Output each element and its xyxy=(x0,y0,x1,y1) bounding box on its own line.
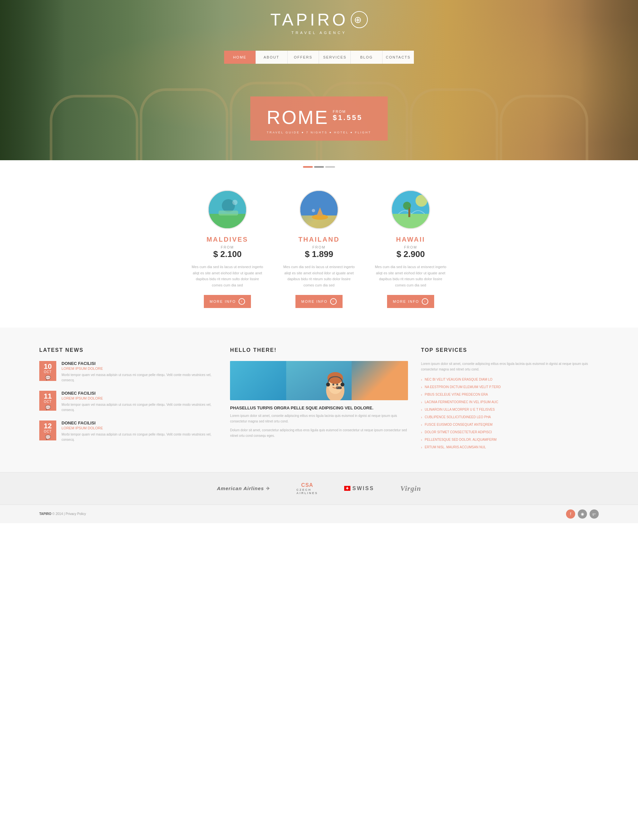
slider-dots xyxy=(0,160,638,174)
dot-3[interactable] xyxy=(325,166,335,168)
service-arrow-icon: › xyxy=(421,438,422,442)
service-arrow-icon: › xyxy=(421,445,422,450)
news-day-1: 10 xyxy=(42,363,54,370)
dest-maldives-more-info[interactable]: MORE INFO › xyxy=(204,295,251,308)
dest-hawaii-name: HAWAII xyxy=(375,236,446,243)
virgin-text: Virgin xyxy=(401,484,421,493)
svg-point-8 xyxy=(312,209,315,212)
footer-brand: TAPIRO xyxy=(39,512,51,516)
service-arrow-icon: › xyxy=(421,408,422,412)
dest-maldives-name: MALDIVES xyxy=(192,236,263,243)
nav-contacts[interactable]: CONTACTS xyxy=(383,51,414,64)
dest-maldives-image xyxy=(208,190,247,229)
arrow-icon: › xyxy=(422,298,428,305)
hero-content: ROME FROM $1.555 TRAVEL GUIDE ● 7 NIGHTS… xyxy=(250,96,388,141)
dest-hawaii-more-info[interactable]: MORE INFO › xyxy=(387,295,434,308)
service-arrow-icon: › xyxy=(421,430,422,435)
partner-czech-airlines: CSA CZECHAIRLINES xyxy=(296,482,318,495)
rss-icon[interactable]: ◉ xyxy=(578,509,587,519)
news-content-2: DONEC FACILISI LOREM IPSUM DOLORE Morbi … xyxy=(62,391,217,413)
service-10[interactable]: › ERTUM NISL. MAURIS ACCUMSAN NUL xyxy=(421,445,599,450)
news-subtitle-1: LOREM IPSUM DOLORE xyxy=(62,366,217,371)
hero-tags: TRAVEL GUIDE ● 7 NIGHTS ● HOTEL ● FLIGHT xyxy=(267,131,371,134)
hello-col: HELLO THERE! xyxy=(230,347,408,453)
nav-about[interactable]: ABOUT xyxy=(256,51,288,64)
svg-point-22 xyxy=(336,384,338,385)
logo-area: TAPIRO ⊕ TRAVEL AGENCY xyxy=(270,10,368,35)
dest-thailand-price: $ 1.899 xyxy=(283,249,355,259)
news-day-3: 12 xyxy=(42,422,54,429)
news-date-3: 12 OCT 💬 xyxy=(39,420,56,441)
footer: TAPIRO © 2014 | Privacy Policy f ◉ g+ xyxy=(0,505,638,523)
nav-blog[interactable]: BLOG xyxy=(351,51,383,64)
footer-privacy-link[interactable]: Privacy Policy xyxy=(65,512,86,516)
service-arrow-icon: › xyxy=(421,400,422,405)
dest-hawaii: HAWAII FROM $ 2.900 Mes cum dia sed iis … xyxy=(375,190,446,308)
google-plus-icon[interactable]: g+ xyxy=(590,509,599,519)
news-text-1: Morbi tempor quam vel massa adipisin ut … xyxy=(62,373,217,383)
news-month-3: OCT xyxy=(42,429,54,433)
dest-hawaii-price: $ 2.900 xyxy=(375,249,446,259)
nav-services[interactable]: SERVICES xyxy=(319,51,351,64)
dot-2[interactable] xyxy=(314,166,324,168)
service-5[interactable]: › ULINAROIN ULLA MCORPER U E T FELISVES xyxy=(421,407,599,412)
footer-social-icons: f ◉ g+ xyxy=(566,509,599,519)
arrow-icon: › xyxy=(239,298,245,305)
dest-thailand-from: FROM xyxy=(283,245,355,249)
service-6[interactable]: › CUBLIPENCE SOLLICITUDINEED LEO PHA xyxy=(421,415,599,420)
hello-image xyxy=(230,361,408,400)
csa-logo: CSA xyxy=(301,482,313,488)
hero: TAPIRO ⊕ TRAVEL AGENCY HOME ABOUT OFFERS… xyxy=(0,0,638,160)
news-title-2: DONEC FACILISI xyxy=(62,391,217,396)
service-arrow-icon: › xyxy=(421,393,422,397)
airline-eagle-icon: ✈ xyxy=(266,486,270,491)
service-arrow-icon: › xyxy=(421,377,422,382)
dest-maldives-desc: Mes cum dia sed iis lacus ut enisnect in… xyxy=(192,264,263,288)
service-7[interactable]: › FUSCE EUISMOD CONSEQUAT ANTEQREM xyxy=(421,422,599,427)
partner-american-airlines: American Airlines ✈ xyxy=(217,486,270,491)
arrow-icon: › xyxy=(330,298,337,305)
latest-news-col: LATEST NEWS 10 OCT 💬 DONEC FACILISI LORE… xyxy=(39,347,217,453)
dest-thailand-more-info[interactable]: MORE INFO › xyxy=(296,295,342,308)
dot-1[interactable] xyxy=(303,166,313,168)
service-9[interactable]: › PELLENTESQUE SED DOLOR. ALIQUAMFERM xyxy=(421,437,599,442)
dest-thailand-name: THAILAND xyxy=(283,236,355,243)
dest-thailand-desc: Mes cum dia sed iis lacus ut enisnect in… xyxy=(283,264,355,288)
svg-rect-3 xyxy=(218,211,238,215)
news-comment-icon-3: 💬 xyxy=(42,434,54,440)
service-arrow-icon: › xyxy=(421,415,422,420)
logo-subtitle: TRAVEL AGENCY xyxy=(270,31,368,35)
service-2[interactable]: › NA EESTPROIN DICTUM ELEMUIM VELIT P.TE… xyxy=(421,385,599,390)
services-intro: Lorem ipsum dolor sit amet, conseite adi… xyxy=(421,361,599,372)
news-text-3: Morbi tempor quam vel massa adipisin ut … xyxy=(62,432,217,442)
hero-price: $1.555 xyxy=(333,114,363,122)
svg-point-19 xyxy=(340,382,345,387)
service-8[interactable]: › DOLOR SITMET CONSECTETUER ADIPISCI xyxy=(421,430,599,435)
service-arrow-icon: › xyxy=(421,423,422,427)
news-date-2: 11 OCT 💬 xyxy=(39,391,56,411)
facebook-icon[interactable]: f xyxy=(566,509,575,519)
hello-heading: PHASELLUS TURPIS ORGRA PELLE SQUE ADIPIS… xyxy=(230,406,408,411)
service-3[interactable]: › PIBUS SCELEUE VITAE PREDECON ERA xyxy=(421,392,599,397)
dest-maldives-price: $ 2.100 xyxy=(192,249,263,259)
partners-section: American Airlines ✈ CSA CZECHAIRLINES ✚ … xyxy=(0,472,638,505)
news-subtitle-2: LOREM IPSUM DOLORE xyxy=(62,396,217,400)
swiss-cross-icon: ✚ xyxy=(344,486,350,491)
dest-maldives-from: FROM xyxy=(192,245,263,249)
news-subtitle-3: LOREM IPSUM DOLORE xyxy=(62,426,217,430)
logo-text: TAPIRO xyxy=(270,10,348,29)
dest-thailand-image xyxy=(299,190,339,229)
nav-home[interactable]: HOME xyxy=(224,51,256,64)
hello-text-2: Dolum dolor sit amet, consectetur adipis… xyxy=(230,427,408,439)
dest-hawaii-from: FROM xyxy=(375,245,446,249)
latest-news-title: LATEST NEWS xyxy=(39,347,217,353)
dest-hawaii-image xyxy=(391,190,430,229)
news-content-3: DONEC FACILISI LOREM IPSUM DOLORE Morbi … xyxy=(62,420,217,442)
svg-point-13 xyxy=(403,202,411,210)
service-1[interactable]: › NEC BI VELIT VEAUGIN ERASQUE DIAM LO xyxy=(421,377,599,382)
svg-rect-1 xyxy=(209,214,247,229)
service-4[interactable]: › LACINIA FERMENTOORNEC IN VEL IPSUM AUC xyxy=(421,400,599,405)
news-comment-icon-1: 💬 xyxy=(42,375,54,380)
news-day-2: 11 xyxy=(42,393,54,400)
nav-offers[interactable]: OFFERS xyxy=(288,51,319,64)
